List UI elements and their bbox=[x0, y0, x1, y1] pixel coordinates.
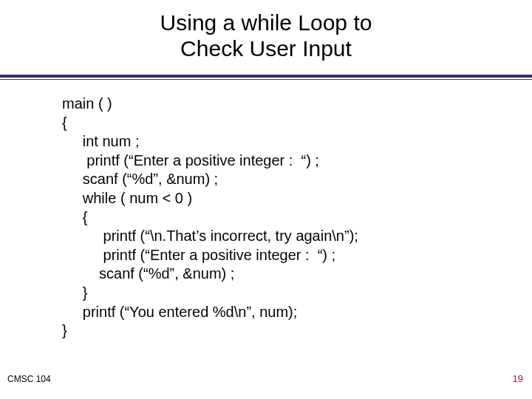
divider-thick bbox=[0, 75, 532, 78]
page-number: 19 bbox=[513, 373, 523, 384]
code-line: main ( ) bbox=[62, 95, 112, 112]
code-line: { bbox=[62, 209, 87, 225]
title-line-1: Using a while Loop to bbox=[0, 10, 532, 36]
code-line: { bbox=[62, 115, 67, 131]
title-line-2: Check User Input bbox=[0, 36, 532, 62]
footer-course: CMSC 104 bbox=[7, 374, 51, 384]
code-block: main ( ) { int num ; printf (“Enter a po… bbox=[62, 95, 358, 341]
code-line: printf (“Enter a positive integer : “) ; bbox=[62, 152, 319, 168]
code-line: while ( num < 0 ) bbox=[62, 190, 192, 206]
code-line: scanf (“%d”, &num) ; bbox=[62, 171, 218, 187]
title-divider bbox=[0, 75, 532, 81]
divider-thin bbox=[0, 79, 532, 80]
code-line: } bbox=[62, 284, 87, 301]
code-line: printf (“\n.That’s incorrect, try again\… bbox=[62, 228, 358, 244]
code-line: printf (“Enter a positive integer : “) ; bbox=[62, 247, 335, 263]
code-line: int num ; bbox=[62, 133, 139, 149]
code-line: printf (“You entered %d\n”, num); bbox=[62, 304, 297, 320]
slide-title: Using a while Loop to Check User Input bbox=[0, 0, 532, 67]
code-line: scanf (“%d”, &num) ; bbox=[62, 265, 234, 282]
code-line: } bbox=[62, 322, 67, 338]
